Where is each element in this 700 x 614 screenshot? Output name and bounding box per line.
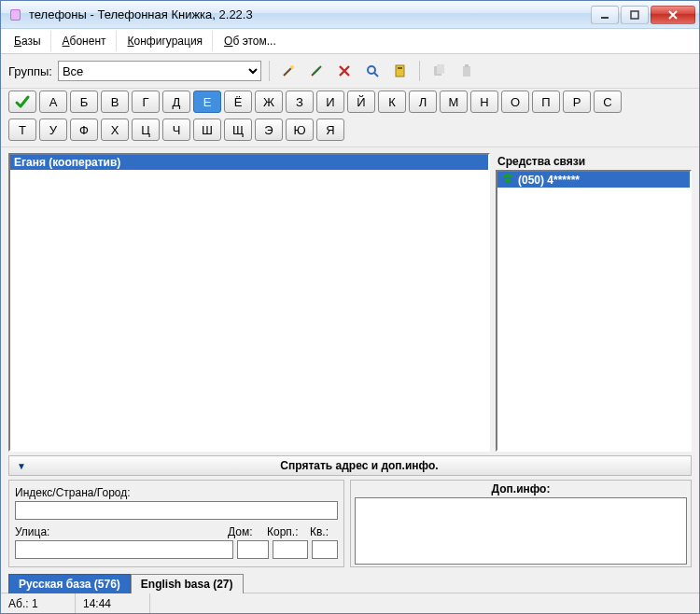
alpha-letter-button[interactable]: Ю <box>286 119 314 141</box>
tool-search-icon[interactable] <box>361 60 384 82</box>
alpha-letter-button[interactable]: К <box>378 91 406 113</box>
alpha-letter-button[interactable]: Д <box>162 91 190 113</box>
separator <box>269 61 270 81</box>
extra-info-header: Доп.инфо: <box>355 482 687 495</box>
svg-rect-3 <box>631 11 638 19</box>
contact-row-selected[interactable]: Еганя (кооператив) <box>10 155 488 170</box>
menubar: Базы Абонент Конфигурация Об этом... <box>1 29 699 54</box>
alpha-all-button[interactable] <box>8 91 36 113</box>
menu-config[interactable]: Конфигурация <box>119 31 214 51</box>
kv-input[interactable] <box>312 540 338 559</box>
chevron-down-icon: ▼ <box>17 461 26 471</box>
menu-bases[interactable]: Базы <box>5 31 51 51</box>
alpha-letter-button[interactable]: Ё <box>224 91 252 113</box>
alpha-letter-button[interactable]: Л <box>409 91 437 113</box>
alpha-letter-button[interactable]: М <box>440 91 468 113</box>
alpha-letter-button[interactable]: Щ <box>224 119 252 141</box>
menu-abonent-label: бонент <box>70 35 106 48</box>
status-spacer <box>150 593 699 613</box>
alpha-letter-button[interactable]: Ж <box>255 91 283 113</box>
alpha-letter-button[interactable]: В <box>101 91 129 113</box>
alpha-letter-button[interactable]: П <box>532 91 560 113</box>
extra-info-panel: Доп.инфо: <box>350 480 692 567</box>
alpha-letter-button[interactable]: Э <box>255 119 283 141</box>
alpha-letter-button[interactable]: Ф <box>70 119 98 141</box>
tool-copy-icon <box>427 60 450 82</box>
comm-list[interactable]: (050) 4****** <box>496 170 692 452</box>
kv-label: Кв.: <box>310 525 338 538</box>
status-time: 14:44 <box>76 593 150 613</box>
alphabet-bar: АБВГДЕЁЖЗИЙКЛМНОПРСТУФХЦЧШЩЭЮЯ <box>1 89 699 147</box>
alpha-letter-button[interactable]: У <box>39 119 67 141</box>
collapse-bar[interactable]: ▼ Спрятать адрес и доп.инфо. <box>8 455 692 476</box>
groups-select[interactable]: Все <box>58 61 261 81</box>
comm-row[interactable]: (050) 4****** <box>497 172 690 188</box>
alpha-letter-button[interactable]: Р <box>563 91 591 113</box>
menu-abonent[interactable]: Абонент <box>53 31 117 51</box>
alpha-letter-button[interactable]: З <box>286 91 314 113</box>
house-label: Дом: <box>228 525 263 538</box>
close-button[interactable] <box>651 6 695 24</box>
alpha-letter-button[interactable]: Б <box>70 91 98 113</box>
svg-rect-7 <box>398 67 402 69</box>
separator <box>419 61 420 81</box>
alpha-letter-button[interactable]: И <box>316 91 344 113</box>
menu-config-label: онфигурация <box>134 35 203 48</box>
index-input[interactable] <box>15 501 338 520</box>
svg-rect-1 <box>11 10 20 20</box>
korp-input[interactable] <box>273 540 308 559</box>
maximize-button[interactable] <box>621 6 649 24</box>
alpha-letter-button[interactable]: Н <box>470 91 498 113</box>
groups-label: Группы: <box>8 64 52 78</box>
comm-phone: (050) 4****** <box>518 174 580 187</box>
comm-header: Средства связи <box>496 153 692 170</box>
status-ab: Аб.: 1 <box>1 593 76 613</box>
alpha-letter-button[interactable]: Ч <box>162 119 190 141</box>
street-input[interactable] <box>15 540 233 559</box>
phone-icon <box>501 173 514 187</box>
alpha-letter-button[interactable]: Й <box>347 91 375 113</box>
tab-english-db[interactable]: English basa (27) <box>131 574 244 593</box>
alpha-letter-button[interactable]: О <box>501 91 529 113</box>
db-tabs: Русская база (576) English basa (27) <box>1 571 699 593</box>
alpha-letter-button[interactable]: Ц <box>132 119 160 141</box>
toolbar: Группы: Все <box>1 54 699 89</box>
svg-rect-11 <box>465 64 469 67</box>
tool-wand-icon[interactable] <box>277 60 300 82</box>
svg-rect-2 <box>601 17 609 19</box>
tool-delete-icon[interactable] <box>333 60 356 82</box>
alpha-letter-button[interactable]: Г <box>132 91 160 113</box>
index-label: Индекс/Страна/Город: <box>15 486 131 499</box>
minimize-button[interactable] <box>591 6 619 24</box>
house-input[interactable] <box>237 540 269 559</box>
address-panel: Индекс/Страна/Город: Улица: Дом: Корп.: … <box>8 480 344 567</box>
tool-paste-icon <box>455 60 478 82</box>
window-title: телефоны - Телефонная Книжка, 2.22.3 <box>29 7 591 21</box>
tool-book-icon[interactable] <box>389 60 412 82</box>
menu-about[interactable]: Об этом... <box>215 31 286 51</box>
svg-point-4 <box>290 65 294 69</box>
alpha-letter-button[interactable]: Я <box>316 119 344 141</box>
alpha-letter-button[interactable]: Х <box>101 119 129 141</box>
tool-edit-icon[interactable] <box>305 60 328 82</box>
tab-russian-db[interactable]: Русская база (576) <box>8 574 131 593</box>
svg-rect-12 <box>505 179 510 182</box>
alpha-letter-button[interactable]: Т <box>8 119 36 141</box>
korp-label: Корп.: <box>267 525 306 538</box>
alpha-letter-button[interactable]: А <box>39 91 67 113</box>
alpha-letter-button[interactable]: С <box>594 91 622 113</box>
menu-about-label: б этом... <box>232 35 275 48</box>
alpha-letter-button[interactable]: Е <box>193 91 221 113</box>
contacts-list[interactable]: Еганя (кооператив) <box>8 153 490 452</box>
statusbar: Аб.: 1 14:44 <box>1 593 699 613</box>
street-label: Улица: <box>15 525 224 538</box>
svg-rect-6 <box>396 65 404 77</box>
titlebar: телефоны - Телефонная Книжка, 2.22.3 <box>1 1 699 29</box>
alpha-letter-button[interactable]: Ш <box>193 119 221 141</box>
svg-rect-9 <box>437 64 444 74</box>
extra-info-area[interactable] <box>355 497 687 565</box>
collapse-label: Спрятать адрес и доп.инфо. <box>35 459 683 472</box>
menu-bases-label: азы <box>21 35 41 48</box>
svg-point-5 <box>368 66 375 74</box>
app-icon <box>8 7 23 22</box>
